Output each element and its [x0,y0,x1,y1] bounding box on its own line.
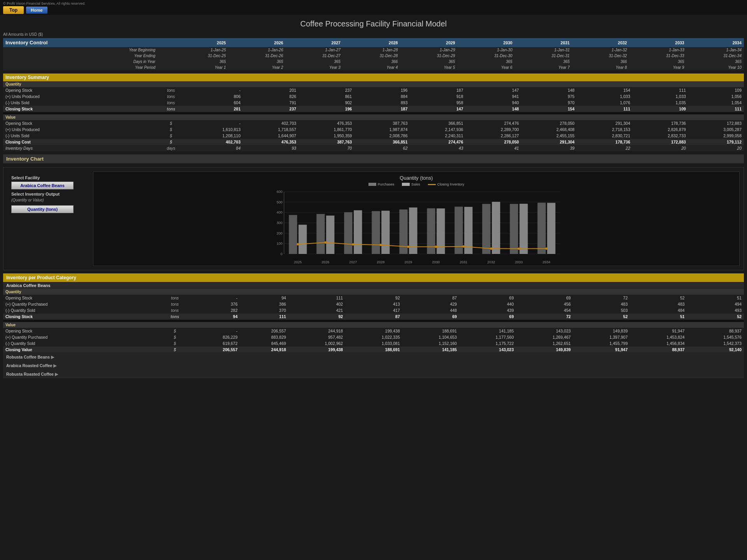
meta-value: 1-Jan-34 [687,47,744,53]
category-name: Arabica Coffee Beans [3,282,744,289]
meta-value: 365 [687,59,744,65]
row-label: Opening Stock [3,87,155,93]
collapsed-category-row[interactable]: Arabica Roasted Coffee [3,361,744,370]
meta-value: 365 [515,59,572,65]
table-row: (+) Quantity Purchased$826,229883,829957… [3,334,744,340]
meta-value: Year 9 [629,65,686,70]
cell-value: 402 [288,301,345,307]
cell-value: 440 [459,301,516,307]
svg-point-44 [297,243,299,245]
cell-value: 109 [688,87,744,93]
cell-value: 111 [240,313,289,320]
svg-text:2027: 2027 [349,260,357,264]
purchases-legend-label: Purchases [378,182,395,186]
svg-text:200: 200 [277,231,282,235]
year-2032: 2032 [572,38,629,47]
cell-value: 2,147,936 [410,126,465,133]
cell-value: 970 [521,100,577,106]
cell-value: 2,240,311 [410,133,465,139]
collapsed-category-row[interactable]: Robusta Roasted Coffee [3,370,744,378]
collapsed-category-row[interactable]: Robusta Coffee Beans [3,353,744,361]
section-header-row: Inventory Control 2025 2026 2027 2028 20… [3,38,744,47]
cell-value: 149,839 [516,346,573,353]
cell-value: 206,557 [191,346,240,353]
cell-value: 94 [191,313,240,320]
subsection-label: Value [3,322,744,328]
svg-rect-21 [354,210,362,254]
meta-value: 31-Dec-33 [629,53,686,59]
meta-value: 31-Dec-30 [458,53,515,59]
chart-area: Quantity (tons) Purchases Sales Closing … [93,172,740,266]
amounts-label: All Amounts in USD ($) [0,32,747,38]
inventory-control-table: Inventory Control 2025 2026 2027 2028 20… [3,38,744,70]
cell-value: 957,482 [288,334,345,340]
cell-value: 51 [630,313,687,320]
top-button[interactable]: Top [3,6,24,14]
cell-value: 454 [516,307,573,313]
cell-value: - [191,295,240,301]
cell-value: 376 [191,301,240,307]
cell-value: 366,851 [354,139,410,145]
svg-text:0: 0 [281,252,282,256]
cell-value: 278,050 [466,139,521,145]
meta-value: 31-Dec-29 [400,53,457,59]
cell-value: 1,861,770 [298,126,354,133]
meta-value: Year 4 [343,65,400,70]
cell-value: 1,175,722 [459,340,516,346]
row-label: (+) Units Produced [3,126,155,133]
cell-value: 2,830,721 [577,133,633,139]
sales-legend-label: Sales [411,182,420,186]
facility-button[interactable]: Arabica Coffee Beans [11,182,74,189]
table-row: Opening Stock$-206,557244,918199,438188,… [3,328,744,334]
cell-value: 92,140 [687,346,744,353]
inventory-days-label: Inventory Days [3,145,155,151]
inventory-days-value: 20 [688,145,744,151]
output-button[interactable]: Quantity (tons) [11,205,74,213]
cell-value: 91,947 [630,328,687,334]
table-row: Opening Stocktons-2012371961871471481541… [3,87,744,93]
cell-value: 199,438 [345,328,402,334]
cell-value: 1,152,160 [402,340,459,346]
cell-value: 1,035 [633,100,688,106]
cell-value: 143,023 [516,328,573,334]
svg-point-47 [380,244,382,246]
cell-value: 387,763 [354,120,410,126]
cell-value: 2,832,733 [633,133,688,139]
chart-legend: Purchases Sales Closing Inventory [93,182,739,186]
category-section-header-row: Inventory per Product Category [3,273,744,282]
section-title: Inventory Control [3,38,171,47]
cell-value: 861 [298,93,354,100]
cell-value: 274,476 [410,139,465,145]
row-label: (-) Units Sold [3,100,155,106]
closing-legend-line [428,184,436,185]
meta-value: 1-Jan-25 [171,47,228,53]
cell-value: 141,185 [402,346,459,353]
cell-value: 291,304 [521,139,577,145]
row-label: (+) Quantity Purchased [3,334,158,340]
cell-value: 69 [459,295,516,301]
cell-value: 1,056 [688,93,744,100]
meta-value: 365 [629,59,686,65]
category-name-row: Arabica Coffee Beans [3,282,744,289]
meta-value: 1-Jan-32 [572,47,629,53]
meta-value: 365 [458,59,515,65]
table-row: (+) Quantity Purchasedtons37638640241342… [3,301,744,307]
cell-value: 111 [688,106,744,112]
cell-value: 1,076 [577,100,633,106]
table-row: (-) Units Soldtons6047919028939589409701… [3,100,744,106]
inventory-days-value: 43 [410,145,465,151]
meta-value: Year 8 [572,65,629,70]
cell-value: 72 [573,295,630,301]
table-row: (+) Units Produced$1,610,8131,718,5571,8… [3,126,744,133]
output-label: Select Inventory Output [11,192,81,196]
svg-rect-15 [298,225,307,254]
row-unit: $ [155,120,187,126]
home-button[interactable]: Home [26,7,47,14]
cell-value: 604 [187,100,243,106]
svg-text:100: 100 [277,242,282,245]
cell-value: 69 [516,295,573,301]
inventory-per-category-section: Inventory per Product CategoryArabica Co… [0,273,747,378]
cell-value: 187 [410,87,465,93]
cell-value: 52 [687,313,744,320]
svg-rect-23 [372,211,380,254]
